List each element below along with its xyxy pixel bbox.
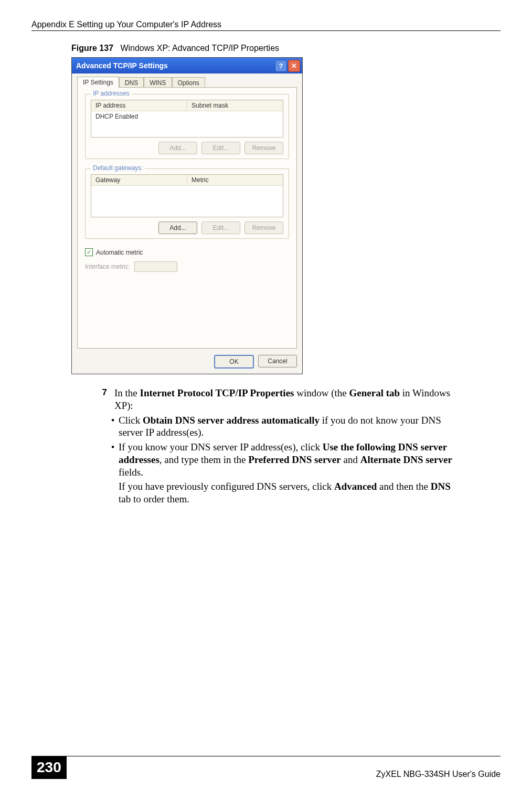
figure-caption: Figure 137 Windows XP: Advanced TCP/IP P… — [71, 44, 501, 53]
tab-panel-ip-settings: IP addresses IP address Subnet mask DHCP… — [77, 87, 297, 349]
cancel-button[interactable]: Cancel — [258, 355, 297, 367]
step-number: 7 — [88, 387, 114, 412]
figure-caption-text: Windows XP: Advanced TCP/IP Properties — [120, 44, 279, 52]
close-icon[interactable]: ✕ — [288, 60, 300, 72]
interface-metric-input — [134, 261, 177, 272]
dialog-advanced-tcpip: Advanced TCP/IP Settings ? ✕ IP Settings… — [71, 57, 303, 374]
bullet-icon: • — [107, 441, 119, 506]
gw-remove-button[interactable]: Remove — [244, 222, 283, 234]
automatic-metric-checkbox[interactable]: ✓ — [85, 248, 93, 256]
ip-edit-button[interactable]: Edit... — [201, 142, 240, 154]
col-subnet-mask: Subnet mask — [187, 100, 283, 111]
col-ip-address: IP address — [91, 100, 187, 111]
footer-guide: ZyXEL NBG-334SH User's Guide — [376, 767, 501, 779]
bullet-icon: • — [107, 414, 119, 439]
gw-edit-button[interactable]: Edit... — [201, 222, 240, 234]
figure-label: Figure 137 — [71, 44, 113, 52]
automatic-metric-label: Automatic metric — [96, 249, 143, 256]
page-number: 230 — [31, 756, 67, 779]
dialog-titlebar: Advanced TCP/IP Settings ? ✕ — [72, 58, 302, 73]
ip-add-button[interactable]: Add... — [158, 142, 197, 154]
instruction-block: 7 In the Internet Protocol TCP/IP Proper… — [88, 387, 462, 506]
group-default-gateways: Default gateways: Gateway Metric Add... … — [85, 169, 289, 239]
tab-strip: IP Settings DNS WINS Options — [77, 77, 297, 88]
help-icon[interactable]: ? — [275, 60, 287, 72]
col-metric: Metric — [187, 175, 283, 185]
interface-metric-label: Interface metric: — [85, 263, 130, 270]
ip-address-list[interactable]: IP address Subnet mask DHCP Enabled — [91, 100, 283, 138]
tab-options[interactable]: Options — [172, 77, 205, 88]
col-gateway: Gateway — [91, 175, 187, 185]
tab-wins[interactable]: WINS — [144, 77, 172, 88]
page-header: Appendix E Setting up Your Computer's IP… — [31, 20, 501, 31]
bullet-2: • If you know your DNS server IP address… — [107, 441, 462, 506]
header-left: Appendix E Setting up Your Computer's IP… — [31, 20, 221, 29]
tab-ip-settings[interactable]: IP Settings — [77, 77, 119, 88]
page-footer: 230 ZyXEL NBG-334SH User's Guide — [31, 756, 501, 779]
ip-row-dhcp[interactable]: DHCP Enabled — [91, 111, 283, 122]
bullet-1: • Click Obtain DNS server address automa… — [107, 414, 462, 439]
group-gw-title: Default gateways: — [91, 164, 145, 172]
ok-button[interactable]: OK — [214, 355, 254, 369]
gw-add-button[interactable]: Add... — [158, 222, 197, 234]
dialog-title: Advanced TCP/IP Settings — [76, 61, 168, 70]
group-ip-title: IP addresses — [91, 90, 132, 97]
step-intro: In the Internet Protocol TCP/IP Properti… — [114, 387, 462, 412]
gateway-list[interactable]: Gateway Metric — [91, 174, 283, 217]
automatic-metric-row: ✓ Automatic metric — [85, 248, 289, 256]
group-ip-addresses: IP addresses IP address Subnet mask DHCP… — [85, 94, 289, 159]
ip-remove-button[interactable]: Remove — [244, 142, 283, 154]
tab-dns[interactable]: DNS — [119, 77, 144, 88]
